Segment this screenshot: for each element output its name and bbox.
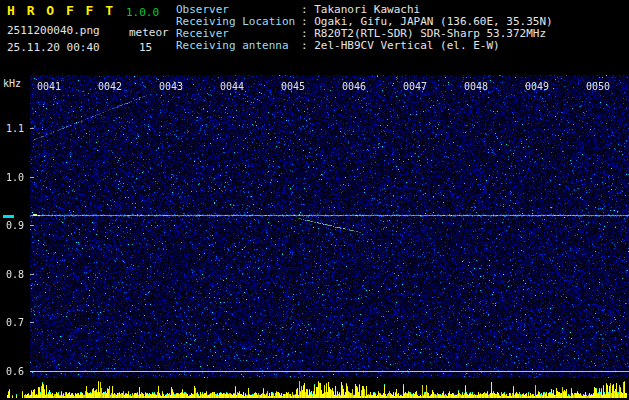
hrofft-output: H R O F F T 1.0.0 2511200040.png meteor … — [0, 0, 629, 400]
x-tick-label: 0044 — [217, 81, 247, 92]
x-tick-label: 0045 — [278, 81, 308, 92]
signal-level-meter — [0, 378, 629, 400]
y-axis-tick — [30, 225, 34, 226]
echo-count: 15 — [139, 41, 152, 54]
x-tick-label: 0042 — [95, 81, 125, 92]
y-axis-tick — [30, 177, 34, 178]
app-title: H R O F F T — [7, 3, 115, 18]
y-tick-label: 0.6 — [6, 366, 24, 377]
x-tick-label: 0048 — [461, 81, 491, 92]
carrier-frequency-marker — [3, 215, 14, 218]
timestamp: 25.11.20 00:40 — [7, 41, 100, 54]
y-tick-label: 1.0 — [6, 172, 24, 183]
mode-label: meteor — [129, 26, 169, 39]
app-version: 1.0.0 — [126, 6, 159, 19]
spectrogram-canvas — [30, 75, 629, 378]
y-axis-tick — [30, 274, 34, 275]
y-axis-tick — [30, 128, 34, 129]
y-axis-unit: kHz — [3, 78, 21, 89]
x-tick-label: 0047 — [400, 81, 430, 92]
meta-row-antenna: Receiving antenna: 2el-HB9CV Vertical (e… — [176, 40, 553, 52]
x-tick-label: 0049 — [522, 81, 552, 92]
y-tick-label: 0.7 — [6, 317, 24, 328]
x-tick-label: 0041 — [34, 81, 64, 92]
meta-label: Receiving antenna — [176, 40, 301, 52]
station-metadata: Observer: Takanori Kawachi Receiving Loc… — [176, 4, 553, 52]
output-filename: 2511200040.png — [7, 24, 100, 37]
x-tick-label: 0046 — [339, 81, 369, 92]
y-axis-tick — [30, 322, 34, 323]
y-axis-tick — [30, 371, 34, 372]
y-tick-label: 0.8 — [6, 269, 24, 280]
x-tick-label: 0050 — [583, 81, 613, 92]
x-tick-label: 0043 — [156, 81, 186, 92]
y-tick-label: 1.1 — [6, 123, 24, 134]
y-tick-label: 0.9 — [6, 220, 24, 231]
meta-value: : 2el-HB9CV Vertical (el. E-W) — [301, 39, 500, 52]
